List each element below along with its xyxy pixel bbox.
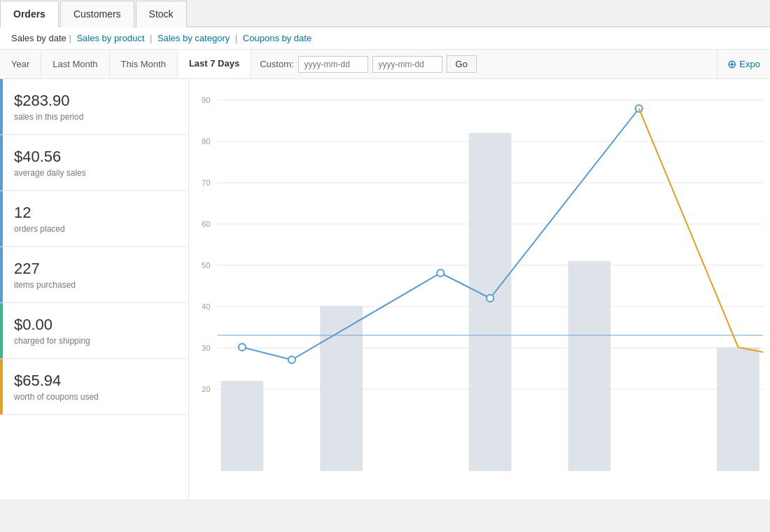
sales-chart: 90 80 70 60 50 40 30 20 [189, 79, 770, 485]
ylabel-70: 70 [202, 178, 210, 187]
filter-bar: Year Last Month This Month Last 7 Days C… [0, 50, 770, 79]
tab-orders[interactable]: Orders [0, 1, 59, 27]
dot-4 [437, 270, 444, 276]
ylabel-20: 20 [202, 385, 210, 393]
stat-value-coupons: $65.94 [14, 372, 174, 390]
stat-label-orders: orders placed [14, 224, 174, 234]
stat-label-shipping: charged for shipping [14, 336, 174, 346]
stat-value-shipping: $0.00 [14, 316, 174, 334]
stat-bar-shipping [0, 303, 3, 358]
export-circle-icon: ⊕ [727, 57, 736, 71]
export-label: Expo [739, 59, 760, 69]
main-content: $283.90 sales in this period $40.56 aver… [0, 79, 770, 499]
stat-value-orders: 12 [14, 204, 174, 222]
stat-bar-avg [0, 135, 3, 190]
stat-label-sales: sales in this period [14, 112, 174, 122]
stat-bar-orders [0, 191, 3, 246]
custom-label: Custom: [260, 59, 293, 69]
filter-year[interactable]: Year [0, 50, 41, 78]
subnav-current: Sales by date [11, 33, 66, 43]
stat-label-avg: average daily sales [14, 168, 174, 178]
dot-5 [486, 295, 493, 302]
stat-label-items: items purchased [14, 280, 174, 290]
top-tab-bar: Orders Customers Stock [0, 0, 770, 27]
ylabel-60: 60 [202, 220, 210, 228]
subnav-sales-by-product[interactable]: Sales by product [76, 33, 144, 43]
filter-last-7-days[interactable]: Last 7 Days [178, 50, 251, 78]
go-button[interactable]: Go [447, 55, 477, 73]
filter-this-month[interactable]: This Month [110, 50, 178, 78]
subnav-coupons-by-date[interactable]: Coupons by date [243, 33, 312, 43]
custom-date-area: Custom: Go [251, 50, 717, 78]
sub-navigation: Sales by date | Sales by product | Sales… [0, 27, 770, 50]
custom-start-date[interactable] [298, 56, 368, 73]
subnav-sales-by-category[interactable]: Sales by category [158, 33, 230, 43]
tab-stock[interactable]: Stock [136, 1, 187, 27]
bar-7 [568, 261, 611, 471]
dot-0 [239, 344, 246, 351]
dot-1 [288, 356, 295, 363]
bar-0 [221, 381, 264, 471]
stat-sales: $283.90 sales in this period [0, 79, 188, 135]
stat-avg-daily: $40.56 average daily sales [0, 135, 188, 191]
ylabel-80: 80 [202, 137, 210, 146]
stat-value-items: 227 [14, 260, 174, 278]
stat-value-sales: $283.90 [14, 92, 174, 110]
stat-coupons: $65.94 worth of coupons used [0, 359, 188, 415]
ylabel-90: 90 [202, 96, 210, 104]
chart-panel: 90 80 70 60 50 40 30 20 [189, 79, 770, 499]
custom-end-date[interactable] [372, 56, 442, 73]
stats-panel: $283.90 sales in this period $40.56 aver… [0, 79, 189, 499]
stat-orders: 12 orders placed [0, 191, 188, 247]
ylabel-50: 50 [202, 261, 210, 270]
stat-items: 227 items purchased [0, 247, 188, 303]
filter-last-month[interactable]: Last Month [41, 50, 109, 78]
stat-value-avg: $40.56 [14, 148, 174, 166]
export-button[interactable]: ⊕ Expo [717, 50, 770, 78]
ylabel-40: 40 [202, 302, 210, 311]
ylabel-30: 30 [202, 344, 210, 352]
orange-line [639, 108, 763, 352]
stat-bar-items [0, 247, 3, 302]
stat-shipping: $0.00 charged for shipping [0, 303, 188, 359]
tab-customers[interactable]: Customers [60, 1, 134, 27]
stat-bar-coupons [0, 359, 3, 414]
stat-label-coupons: worth of coupons used [14, 392, 174, 402]
stat-bar-sales [0, 79, 3, 134]
bar-10 [717, 347, 760, 471]
